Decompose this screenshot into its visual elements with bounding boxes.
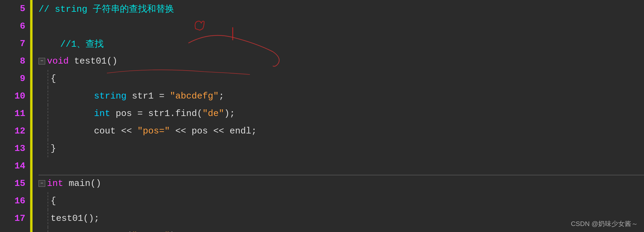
line-num-5: 5 (0, 0, 25, 17)
yellow-indicator-bar (30, 0, 33, 232)
line-15-int: int (47, 178, 63, 189)
line-14-text (39, 161, 44, 171)
indent-guide-17 (48, 210, 48, 227)
line-num-8: 8 (0, 52, 25, 70)
watermark: CSDN @奶味少女酱～ (571, 219, 638, 228)
line-num-17: 17 (0, 210, 25, 227)
indent-guide-11 (48, 105, 48, 122)
line-6-text (39, 21, 44, 31)
line-num-7: 7 (0, 35, 25, 52)
line-num-13: 13 (0, 140, 25, 157)
line-num-18: 18 (0, 227, 25, 232)
code-line-16: { (39, 192, 644, 210)
code-line-7: //1、查找 (39, 35, 644, 52)
line-num-6: 6 (0, 17, 25, 35)
code-line-5: // string 子符串的查找和替换 (39, 0, 644, 17)
indent-guide-18 (48, 227, 48, 232)
code-line-12: cout << "pos=" << pos << endl; (39, 122, 644, 140)
section-divider (39, 175, 644, 175)
line-18-text: system("pause"); (51, 221, 181, 232)
line-15-main: main() (63, 178, 101, 189)
line-8-void: void (47, 56, 69, 66)
indent-guide-10 (48, 87, 48, 105)
line-numbers: 5 6 7 8 9 10 11 12 13 14 15 16 17 18 (0, 0, 30, 232)
line-num-15: 15 (0, 175, 25, 192)
code-line-6 (39, 17, 644, 35)
code-line-15: − int main() (39, 175, 644, 192)
code-line-8: − void test01() (39, 52, 644, 70)
line-num-16: 16 (0, 192, 25, 210)
line-7-text: //1、查找 (39, 38, 104, 50)
line-8-func: test01() (69, 56, 117, 66)
line-num-12: 12 (0, 122, 25, 140)
indent-guide-12 (48, 122, 48, 140)
indent-guide-13 (48, 140, 48, 157)
indent-guide-9 (48, 70, 48, 87)
line-13-text: } (51, 143, 56, 154)
code-content-area: // string 子符串的查找和替换 //1、查找 − void test01… (33, 0, 644, 232)
code-editor: 5 6 7 8 9 10 11 12 13 14 15 16 17 18 // … (0, 0, 644, 232)
indent-guide-16 (48, 192, 48, 210)
line-16-text: { (51, 196, 56, 206)
collapse-icon-8[interactable]: − (39, 58, 45, 64)
code-line-18: system("pause"); (39, 227, 644, 232)
line-num-14: 14 (0, 157, 25, 175)
code-line-14 (39, 157, 644, 175)
line-num-10: 10 (0, 87, 25, 105)
line-num-11: 11 (0, 105, 25, 122)
line-5-text: // string 子符串的查找和替换 (39, 3, 174, 15)
line-num-9: 9 (0, 70, 25, 87)
code-line-13: } (39, 140, 644, 157)
collapse-icon-15[interactable]: − (39, 180, 45, 187)
